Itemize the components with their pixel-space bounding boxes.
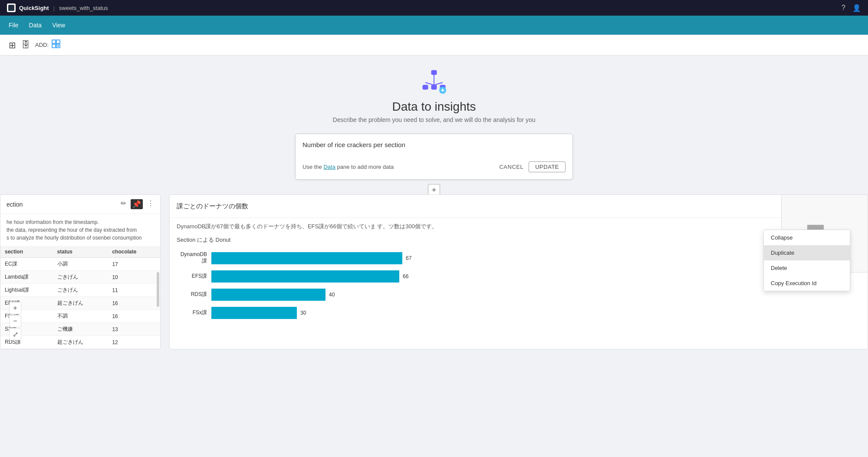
add-label: ADD: bbox=[35, 42, 49, 48]
svg-rect-7 bbox=[423, 85, 428, 89]
bar-container: 30 bbox=[211, 307, 861, 319]
user-icon[interactable]: 👤 bbox=[852, 4, 861, 12]
table-cell: FSx課 bbox=[0, 310, 53, 323]
context-menu: CollapseDuplicateDeleteCopy Execution Id bbox=[763, 230, 850, 291]
insights-icon bbox=[421, 69, 447, 95]
zoom-in-button[interactable]: + bbox=[9, 302, 21, 314]
context-menu-item[interactable]: Collapse bbox=[764, 230, 850, 245]
cancel-button[interactable]: CANCEL bbox=[499, 161, 523, 172]
bar-value: 30 bbox=[300, 310, 306, 316]
data-table: section status chocolate EC課小調17Lambda課ご… bbox=[0, 246, 160, 349]
menu-view[interactable]: View bbox=[52, 22, 65, 29]
insights-subtitle: Describe the problem you need to solve, … bbox=[333, 116, 536, 123]
zoom-controls: + − ⤢ bbox=[9, 302, 21, 340]
menu-file[interactable]: File bbox=[9, 22, 19, 29]
table-cell: 超ごきげん bbox=[53, 336, 108, 349]
bar-row: FSx課30 bbox=[177, 306, 861, 320]
insights-header: Data to insights Describe the problem yo… bbox=[333, 69, 536, 123]
edit-icon-left[interactable]: ✏ bbox=[121, 199, 126, 209]
top-bar: QuickSight | sweets_with_status ? 👤 bbox=[0, 0, 868, 16]
scroll-indicator[interactable] bbox=[157, 272, 159, 307]
logo-icon bbox=[7, 3, 16, 12]
table-cell: EC課 bbox=[0, 258, 53, 271]
panel-header-left: ection ✏ 📌 ⋮ bbox=[0, 195, 160, 214]
bar-row: EFS課66 bbox=[177, 269, 861, 284]
zoom-fit-button[interactable]: ⤢ bbox=[9, 328, 21, 340]
query-footer: Use the Data pane to add more data CANCE… bbox=[302, 161, 566, 172]
bar-value: 66 bbox=[403, 273, 408, 279]
context-menu-item[interactable]: Delete bbox=[764, 260, 850, 276]
panels-area: number of osenbei for each section ectio… bbox=[0, 194, 868, 349]
chart-description: DynamoDB課が67個で最も多くのドーナツを持ち、EFS課が66個で続いてい… bbox=[170, 218, 868, 233]
menu-bar: File Data View bbox=[0, 16, 868, 35]
bar-row: DynamoDB課67 bbox=[177, 251, 861, 266]
bar-fill bbox=[211, 252, 402, 264]
svg-rect-1 bbox=[56, 40, 60, 43]
svg-rect-8 bbox=[431, 85, 437, 89]
context-menu-item[interactable]: Duplicate bbox=[764, 245, 850, 260]
database-icon[interactable]: 🗄 bbox=[21, 40, 30, 50]
query-box: Number of rice crackers per section Use … bbox=[295, 134, 573, 180]
query-text[interactable]: Number of rice crackers per section bbox=[302, 141, 566, 148]
update-button[interactable]: UPDATE bbox=[529, 161, 566, 172]
separator: | bbox=[53, 5, 55, 11]
table-cell: 10 bbox=[108, 271, 160, 284]
table-row: EC課小調17 bbox=[0, 258, 160, 271]
table-cell: S3課 bbox=[0, 323, 53, 336]
add-toolbar-area: ADD: bbox=[35, 39, 61, 51]
svg-rect-2 bbox=[52, 44, 56, 48]
data-link[interactable]: Data bbox=[323, 164, 335, 170]
col-header-chocolate: chocolate bbox=[108, 246, 160, 258]
table-cell: 11 bbox=[108, 284, 160, 297]
table-cell: 13 bbox=[108, 323, 160, 336]
table-cell: ご機嫌 bbox=[53, 323, 108, 336]
help-icon[interactable]: ? bbox=[842, 4, 845, 12]
table-cell: 12 bbox=[108, 336, 160, 349]
bar-value: 67 bbox=[406, 255, 411, 261]
table-cell: 17 bbox=[108, 258, 160, 271]
table-row: RDS課超ごきげん12 bbox=[0, 336, 160, 349]
table-cell: Lightsail課 bbox=[0, 284, 53, 297]
bar-fill bbox=[211, 289, 326, 301]
add-button[interactable] bbox=[51, 39, 61, 51]
table-cell: 不調 bbox=[53, 310, 108, 323]
more-icon-left[interactable]: ⋮ bbox=[147, 199, 154, 209]
panel-title-left: ection bbox=[7, 201, 23, 208]
main-content: Data to insights Describe the problem yo… bbox=[0, 56, 868, 457]
bar-value: 40 bbox=[329, 292, 335, 298]
table-row: S3課ご機嫌13 bbox=[0, 323, 160, 336]
table-cell: 16 bbox=[108, 310, 160, 323]
bar-fill bbox=[211, 307, 297, 319]
bar-label: EFS課 bbox=[177, 273, 211, 280]
chart-header: 課ごとのドーナツの個数 ✏ 📌 ⋮ bbox=[170, 195, 868, 218]
col-header-section: section bbox=[0, 246, 53, 258]
footer-text: Use the Data pane to add more data bbox=[302, 164, 394, 170]
left-panel: number of osenbei for each section ectio… bbox=[0, 194, 161, 349]
bar-row: RDS課40 bbox=[177, 287, 861, 302]
zoom-out-button[interactable]: − bbox=[9, 315, 21, 327]
context-menu-item[interactable]: Copy Execution Id bbox=[764, 276, 850, 291]
table-cell: 超ごきげん bbox=[53, 297, 108, 310]
chart-subtitle: Section による Donut bbox=[170, 233, 868, 248]
pin-icon-left[interactable]: 📌 bbox=[131, 199, 143, 209]
menu-data[interactable]: Data bbox=[29, 22, 42, 29]
network-icon[interactable]: ⊞ bbox=[9, 40, 16, 50]
svg-rect-6 bbox=[431, 70, 437, 75]
table-cell: EFS課 bbox=[0, 297, 53, 310]
svg-rect-0 bbox=[52, 40, 56, 43]
app-name: QuickSight bbox=[19, 5, 49, 11]
svg-line-11 bbox=[425, 82, 434, 85]
table-row: FSx課不調16 bbox=[0, 310, 160, 323]
bar-chart: DynamoDB課67EFS課66RDS課40FSx課30 bbox=[170, 248, 868, 326]
top-bar-right: ? 👤 bbox=[842, 4, 861, 12]
svg-line-12 bbox=[434, 82, 443, 85]
bar-label: DynamoDB課 bbox=[177, 251, 211, 265]
col-header-status: status bbox=[53, 246, 108, 258]
bar-fill bbox=[211, 270, 399, 283]
table-cell: 小調 bbox=[53, 258, 108, 271]
table-cell: ごきげん bbox=[53, 284, 108, 297]
table-row: Lightsail課ごきげん11 bbox=[0, 284, 160, 297]
query-actions: CANCEL UPDATE bbox=[499, 161, 566, 172]
right-panel: 課ごとのドーナツの個数 課ごとのドーナツの個数 ✏ 📌 ⋮ DynamoDB課が… bbox=[169, 194, 868, 349]
panel-description: he hour information from the timestamp. … bbox=[0, 214, 160, 246]
